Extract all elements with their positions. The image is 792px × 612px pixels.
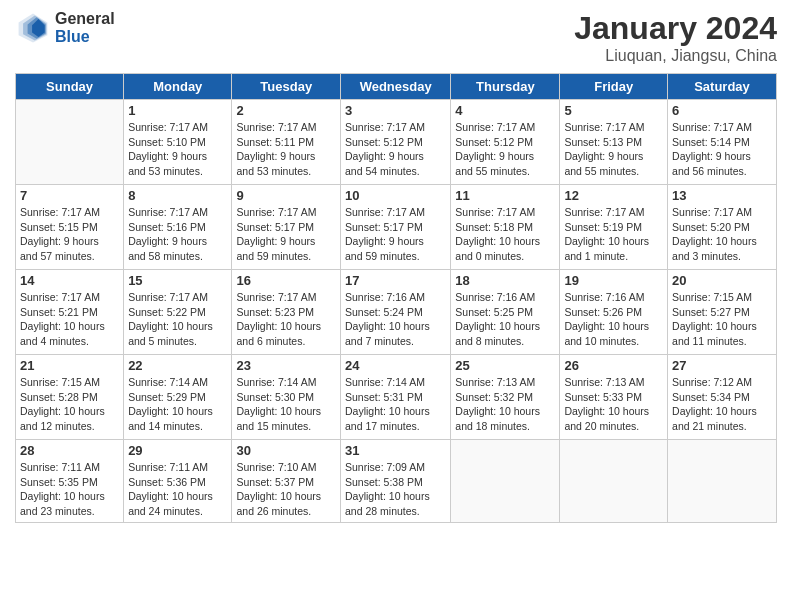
day-info: Sunrise: 7:17 AM Sunset: 5:12 PM Dayligh… xyxy=(345,120,446,179)
table-row: 31Sunrise: 7:09 AM Sunset: 5:38 PM Dayli… xyxy=(341,440,451,523)
table-row: 21Sunrise: 7:15 AM Sunset: 5:28 PM Dayli… xyxy=(16,355,124,440)
table-row: 19Sunrise: 7:16 AM Sunset: 5:26 PM Dayli… xyxy=(560,270,668,355)
day-number: 24 xyxy=(345,358,446,373)
day-info: Sunrise: 7:11 AM Sunset: 5:36 PM Dayligh… xyxy=(128,460,227,519)
day-number: 25 xyxy=(455,358,555,373)
day-info: Sunrise: 7:15 AM Sunset: 5:27 PM Dayligh… xyxy=(672,290,772,349)
calendar-body: 1Sunrise: 7:17 AM Sunset: 5:10 PM Daylig… xyxy=(16,100,777,523)
table-row: 8Sunrise: 7:17 AM Sunset: 5:16 PM Daylig… xyxy=(124,185,232,270)
header-tuesday: Tuesday xyxy=(232,74,341,100)
day-info: Sunrise: 7:11 AM Sunset: 5:35 PM Dayligh… xyxy=(20,460,119,519)
day-info: Sunrise: 7:17 AM Sunset: 5:11 PM Dayligh… xyxy=(236,120,336,179)
logo-general: General xyxy=(55,10,115,28)
day-number: 21 xyxy=(20,358,119,373)
day-number: 16 xyxy=(236,273,336,288)
day-info: Sunrise: 7:17 AM Sunset: 5:12 PM Dayligh… xyxy=(455,120,555,179)
day-info: Sunrise: 7:14 AM Sunset: 5:31 PM Dayligh… xyxy=(345,375,446,434)
table-row: 29Sunrise: 7:11 AM Sunset: 5:36 PM Dayli… xyxy=(124,440,232,523)
day-number: 12 xyxy=(564,188,663,203)
header-saturday: Saturday xyxy=(668,74,777,100)
day-info: Sunrise: 7:13 AM Sunset: 5:32 PM Dayligh… xyxy=(455,375,555,434)
logo-blue: Blue xyxy=(55,28,115,46)
table-row: 4Sunrise: 7:17 AM Sunset: 5:12 PM Daylig… xyxy=(451,100,560,185)
calendar-subtitle: Liuquan, Jiangsu, China xyxy=(574,47,777,65)
calendar-header: Sunday Monday Tuesday Wednesday Thursday… xyxy=(16,74,777,100)
day-number: 5 xyxy=(564,103,663,118)
table-row: 18Sunrise: 7:16 AM Sunset: 5:25 PM Dayli… xyxy=(451,270,560,355)
table-row: 1Sunrise: 7:17 AM Sunset: 5:10 PM Daylig… xyxy=(124,100,232,185)
day-info: Sunrise: 7:17 AM Sunset: 5:19 PM Dayligh… xyxy=(564,205,663,264)
day-number: 3 xyxy=(345,103,446,118)
day-info: Sunrise: 7:10 AM Sunset: 5:37 PM Dayligh… xyxy=(236,460,336,519)
page-container: General Blue January 2024 Liuquan, Jiang… xyxy=(0,0,792,533)
day-number: 10 xyxy=(345,188,446,203)
day-info: Sunrise: 7:17 AM Sunset: 5:13 PM Dayligh… xyxy=(564,120,663,179)
day-number: 26 xyxy=(564,358,663,373)
day-number: 6 xyxy=(672,103,772,118)
day-info: Sunrise: 7:17 AM Sunset: 5:15 PM Dayligh… xyxy=(20,205,119,264)
calendar-title: January 2024 xyxy=(574,10,777,47)
day-info: Sunrise: 7:17 AM Sunset: 5:20 PM Dayligh… xyxy=(672,205,772,264)
table-row: 12Sunrise: 7:17 AM Sunset: 5:19 PM Dayli… xyxy=(560,185,668,270)
table-row: 7Sunrise: 7:17 AM Sunset: 5:15 PM Daylig… xyxy=(16,185,124,270)
day-info: Sunrise: 7:12 AM Sunset: 5:34 PM Dayligh… xyxy=(672,375,772,434)
day-number: 17 xyxy=(345,273,446,288)
day-info: Sunrise: 7:17 AM Sunset: 5:22 PM Dayligh… xyxy=(128,290,227,349)
table-row: 2Sunrise: 7:17 AM Sunset: 5:11 PM Daylig… xyxy=(232,100,341,185)
calendar-table: Sunday Monday Tuesday Wednesday Thursday… xyxy=(15,73,777,523)
day-info: Sunrise: 7:17 AM Sunset: 5:17 PM Dayligh… xyxy=(345,205,446,264)
day-number: 13 xyxy=(672,188,772,203)
day-info: Sunrise: 7:17 AM Sunset: 5:10 PM Dayligh… xyxy=(128,120,227,179)
table-row xyxy=(451,440,560,523)
day-info: Sunrise: 7:17 AM Sunset: 5:14 PM Dayligh… xyxy=(672,120,772,179)
table-row: 15Sunrise: 7:17 AM Sunset: 5:22 PM Dayli… xyxy=(124,270,232,355)
day-info: Sunrise: 7:17 AM Sunset: 5:16 PM Dayligh… xyxy=(128,205,227,264)
day-info: Sunrise: 7:17 AM Sunset: 5:17 PM Dayligh… xyxy=(236,205,336,264)
day-info: Sunrise: 7:17 AM Sunset: 5:21 PM Dayligh… xyxy=(20,290,119,349)
logo-text: General Blue xyxy=(55,10,115,45)
table-row: 26Sunrise: 7:13 AM Sunset: 5:33 PM Dayli… xyxy=(560,355,668,440)
day-info: Sunrise: 7:17 AM Sunset: 5:18 PM Dayligh… xyxy=(455,205,555,264)
table-row: 9Sunrise: 7:17 AM Sunset: 5:17 PM Daylig… xyxy=(232,185,341,270)
table-row xyxy=(560,440,668,523)
day-number: 31 xyxy=(345,443,446,458)
day-info: Sunrise: 7:16 AM Sunset: 5:25 PM Dayligh… xyxy=(455,290,555,349)
table-row: 3Sunrise: 7:17 AM Sunset: 5:12 PM Daylig… xyxy=(341,100,451,185)
table-row: 28Sunrise: 7:11 AM Sunset: 5:35 PM Dayli… xyxy=(16,440,124,523)
day-info: Sunrise: 7:13 AM Sunset: 5:33 PM Dayligh… xyxy=(564,375,663,434)
day-number: 30 xyxy=(236,443,336,458)
day-number: 11 xyxy=(455,188,555,203)
table-row: 27Sunrise: 7:12 AM Sunset: 5:34 PM Dayli… xyxy=(668,355,777,440)
title-block: January 2024 Liuquan, Jiangsu, China xyxy=(574,10,777,65)
header-monday: Monday xyxy=(124,74,232,100)
header-thursday: Thursday xyxy=(451,74,560,100)
table-row: 30Sunrise: 7:10 AM Sunset: 5:37 PM Dayli… xyxy=(232,440,341,523)
day-number: 19 xyxy=(564,273,663,288)
table-row: 20Sunrise: 7:15 AM Sunset: 5:27 PM Dayli… xyxy=(668,270,777,355)
day-number: 1 xyxy=(128,103,227,118)
header-row: Sunday Monday Tuesday Wednesday Thursday… xyxy=(16,74,777,100)
day-number: 4 xyxy=(455,103,555,118)
day-number: 29 xyxy=(128,443,227,458)
day-number: 20 xyxy=(672,273,772,288)
table-row: 16Sunrise: 7:17 AM Sunset: 5:23 PM Dayli… xyxy=(232,270,341,355)
day-number: 18 xyxy=(455,273,555,288)
header-friday: Friday xyxy=(560,74,668,100)
header-wednesday: Wednesday xyxy=(341,74,451,100)
table-row: 17Sunrise: 7:16 AM Sunset: 5:24 PM Dayli… xyxy=(341,270,451,355)
day-number: 14 xyxy=(20,273,119,288)
table-row: 24Sunrise: 7:14 AM Sunset: 5:31 PM Dayli… xyxy=(341,355,451,440)
table-row xyxy=(668,440,777,523)
day-number: 2 xyxy=(236,103,336,118)
day-number: 28 xyxy=(20,443,119,458)
day-number: 15 xyxy=(128,273,227,288)
table-row: 13Sunrise: 7:17 AM Sunset: 5:20 PM Dayli… xyxy=(668,185,777,270)
header-sunday: Sunday xyxy=(16,74,124,100)
logo: General Blue xyxy=(15,10,115,46)
day-number: 27 xyxy=(672,358,772,373)
day-info: Sunrise: 7:16 AM Sunset: 5:26 PM Dayligh… xyxy=(564,290,663,349)
day-info: Sunrise: 7:14 AM Sunset: 5:30 PM Dayligh… xyxy=(236,375,336,434)
table-row: 22Sunrise: 7:14 AM Sunset: 5:29 PM Dayli… xyxy=(124,355,232,440)
day-info: Sunrise: 7:16 AM Sunset: 5:24 PM Dayligh… xyxy=(345,290,446,349)
day-number: 9 xyxy=(236,188,336,203)
